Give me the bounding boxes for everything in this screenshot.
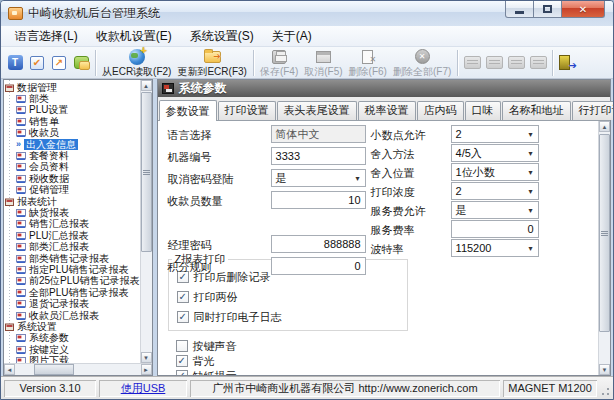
tree-item-label[interactable]: 销售汇总报表 [29,219,89,230]
tree-item-label[interactable]: PLU汇总报表 [29,230,88,241]
tab[interactable]: 打印设置 [218,101,276,120]
scroll-down-icon[interactable]: ▼ [599,364,610,375]
checkbox-row[interactable]: ✓同时打印电子日志 [177,310,282,324]
input-field[interactable]: 10 [271,191,366,209]
tree-item[interactable]: 套餐资料 [4,150,140,161]
input-field[interactable]: 3333 [271,147,366,165]
tree-item-label[interactable]: 缺货报表 [29,207,69,218]
scroll-left-icon[interactable]: ◄ [4,364,15,375]
save-button[interactable]: 保存(F4) [257,48,301,78]
tree-item-label[interactable]: 收款员汇总报表 [29,310,99,321]
maximize-button[interactable] [534,1,561,18]
scroll-up-icon[interactable]: ▲ [599,121,610,132]
input-field[interactable]: 0 [451,220,539,238]
tree-item-label[interactable]: 图片下载 [29,355,69,363]
tree-item-label[interactable]: 部类 [29,93,49,104]
tree-item[interactable]: 收款员汇总报表 [4,310,140,321]
system-settings-tool-button[interactable]: ↗ [48,50,70,76]
select-field[interactable]: 1位小数▾ [451,163,539,181]
about-tool-button[interactable] [70,50,92,76]
exit-button[interactable] [556,50,578,76]
select-field[interactable]: 4/5入▾ [451,144,539,162]
language-tool-button[interactable]: T [4,50,26,76]
tree-item-label[interactable]: 部类汇总报表 [29,241,89,252]
tab[interactable]: 表头表尾设置 [277,101,357,120]
tree-item[interactable]: 收款员 [4,128,140,139]
resize-grip[interactable] [600,380,610,397]
close-button[interactable]: ✕ [561,1,605,18]
tree-item-label[interactable]: 前25位PLU销售记录报表 [29,276,140,287]
tree-item[interactable]: PLU设置 [4,105,140,116]
menu-item[interactable]: 系统设置(S) [181,26,263,47]
tree-item[interactable]: 部类汇总报表 [4,241,140,252]
checkbox-row[interactable]: ✓背光 [176,354,215,368]
scroll-up-icon[interactable]: ▲ [141,80,152,91]
tree-item-label[interactable]: 套餐资料 [29,150,69,161]
input-field[interactable]: 0 [271,257,366,275]
menu-item[interactable]: 语言选择(L) [6,26,87,47]
tab[interactable]: 税率设置 [358,101,416,120]
tab[interactable]: 口味 [465,101,501,120]
tree-item-label[interactable]: 按键定义 [29,344,69,355]
tree-item[interactable]: 缺货报表 [4,207,140,218]
export-tool-button[interactable] [505,50,527,76]
tree-item-label[interactable]: 指定PLU销售记录报表 [29,264,128,275]
drawer-tool-button[interactable] [483,50,505,76]
checkbox-row[interactable]: ✓打印两份 [177,290,238,304]
checkbox[interactable]: ✓ [177,311,189,323]
delete-button[interactable]: 删除(F6) [346,48,390,78]
update-to-ecr-button[interactable]: 更新到ECR(F3) [174,48,249,78]
tree-item-label[interactable]: 收款员 [29,128,59,139]
tree-item-label[interactable]: 出入金信息 [24,139,78,150]
checkbox[interactable]: ✓ [176,370,188,375]
select-field[interactable]: 是▾ [451,201,539,219]
tab[interactable]: 名称和地址 [502,101,571,120]
card-tool-button[interactable] [527,50,549,76]
scrollbar-thumb[interactable] [599,134,610,332]
checkbox-row[interactable]: 按键声音 [176,339,237,353]
tree-item[interactable]: 会员资料 [4,162,140,173]
tree-item-label[interactable]: 部类销售记录报表 [29,253,109,264]
tree-group-label[interactable]: 系统设置 [17,321,57,332]
checkbox-row[interactable]: ✓缺纸提示 [176,369,237,375]
tab-active[interactable]: 参数设置 [159,100,217,121]
tree-item[interactable]: 部类 [4,93,140,104]
scroll-right-icon[interactable]: ► [141,364,152,375]
checkbox[interactable] [176,340,188,352]
menu-item[interactable]: 收款机设置(E) [87,26,181,47]
tree-item-label[interactable]: 退货记录报表 [29,298,89,309]
tree-group-label[interactable]: 数据管理 [17,82,57,93]
ecr-settings-tool-button[interactable]: ✔ [26,50,48,76]
tree-item-label[interactable]: 全部PLU销售记录报表 [29,287,128,298]
tree-item[interactable]: 税收数据 [4,173,140,184]
minimize-button[interactable] [505,1,534,18]
tree-item[interactable]: 退货记录报表 [4,298,140,309]
delete-all-button[interactable]: ✕ 删除全部(F7) [390,48,454,78]
tree-item[interactable]: 全部PLU销售记录报表 [4,287,140,298]
import-tool-button[interactable] [461,50,483,76]
select-field[interactable]: 2▾ [451,182,539,200]
tree-item[interactable]: 图片下载 [4,355,140,363]
tree-item[interactable]: 部类销售记录报表 [4,253,140,264]
tab[interactable]: 店内码 [417,101,464,120]
tree-item[interactable]: 销售单 [4,116,140,127]
title-bar[interactable]: 中崎收款机后台管理系统 ✕ [1,1,613,26]
tree-item-label[interactable]: PLU设置 [29,105,68,116]
tree-item[interactable]: 销售汇总报表 [4,219,140,230]
tree-item-label[interactable]: 销售单 [29,116,59,127]
form-vertical-scrollbar[interactable]: ▲ ▼ [598,121,610,375]
scrollbar-thumb[interactable] [141,92,152,252]
tree-item-label[interactable]: 促销管理 [29,185,69,196]
checkbox[interactable]: ✓ [177,291,189,303]
tree-item[interactable]: 系统参数 [4,333,140,344]
tree-item[interactable]: 按键定义 [4,344,140,355]
cancel-button[interactable]: 取消(F5) [301,48,345,78]
tree-item[interactable]: 指定PLU销售记录报表 [4,264,140,275]
select-field[interactable]: 115200▾ [451,239,539,257]
tab[interactable]: 行打印设置 [572,101,614,120]
tree-item-label[interactable]: 税收数据 [29,173,69,184]
select-field[interactable]: 2▾ [451,125,539,143]
checkbox[interactable]: ✓ [176,355,188,367]
tree-group-label[interactable]: 报表统计 [17,196,57,207]
menu-item[interactable]: 关于(A) [263,26,321,47]
